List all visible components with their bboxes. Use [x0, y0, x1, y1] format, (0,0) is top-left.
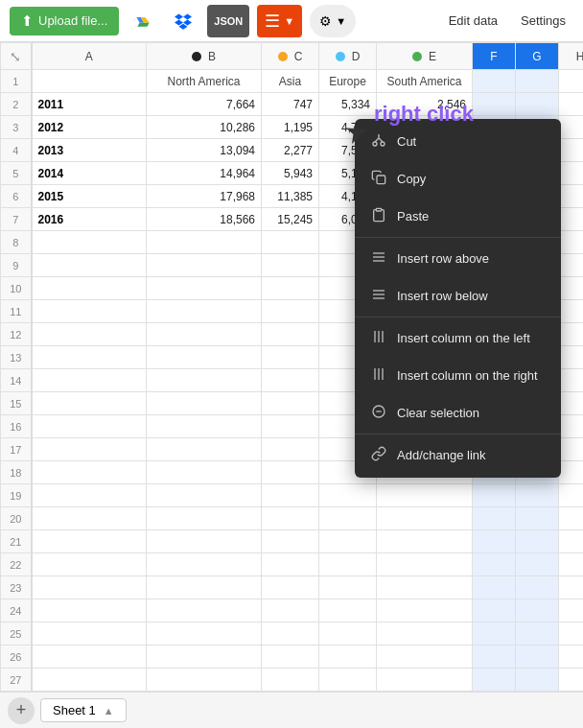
- menu-item-insert-row-below[interactable]: Insert row below: [355, 277, 561, 315]
- empty-cell[interactable]: [32, 553, 147, 576]
- empty-cell[interactable]: [32, 507, 147, 530]
- col-header-a[interactable]: A: [32, 43, 147, 70]
- col-header-e[interactable]: E: [377, 43, 473, 70]
- dropbox-button[interactable]: [167, 5, 199, 37]
- cell-e[interactable]: 2,546: [377, 93, 473, 116]
- sheet-tab[interactable]: Sheet 1 ▲: [40, 698, 127, 722]
- cell-b[interactable]: 18,566: [147, 208, 262, 231]
- row-1-h[interactable]: [559, 70, 584, 93]
- row-num: 5: [1, 162, 32, 185]
- empty-cell[interactable]: [32, 692, 147, 693]
- google-drive-button[interactable]: [127, 5, 159, 37]
- settings-icon-button[interactable]: ⚙ ▼: [310, 5, 356, 37]
- menu-item-clear-selection[interactable]: Clear selection: [355, 394, 561, 432]
- empty-cell[interactable]: [32, 599, 147, 622]
- empty-cell[interactable]: [32, 300, 147, 323]
- empty-cell[interactable]: [32, 254, 147, 277]
- cell-year[interactable]: 2014: [32, 162, 147, 185]
- clear-selection-icon: [370, 404, 387, 422]
- svg-rect-2: [377, 176, 385, 184]
- add-sheet-button[interactable]: +: [8, 697, 35, 724]
- row-num: 21: [1, 530, 32, 553]
- menu-separator: [355, 317, 561, 317]
- row-1-a[interactable]: [32, 70, 147, 93]
- cell-year[interactable]: 2013: [32, 139, 147, 162]
- cell-h[interactable]: [559, 93, 584, 116]
- cell-b[interactable]: 14,964: [147, 162, 262, 185]
- cell-b[interactable]: 10,286: [147, 116, 262, 139]
- menu-item-paste[interactable]: Paste: [355, 198, 561, 235]
- cell-year[interactable]: 2011: [32, 93, 147, 116]
- col-header-c[interactable]: C: [262, 43, 319, 70]
- row-1-d[interactable]: Europe: [319, 70, 377, 93]
- cell-f[interactable]: [473, 93, 516, 116]
- empty-row: 26: [1, 646, 584, 669]
- empty-cell[interactable]: [32, 646, 147, 669]
- cell-year[interactable]: 2012: [32, 116, 147, 139]
- cell-h[interactable]: [559, 185, 584, 208]
- empty-cell[interactable]: [32, 231, 147, 254]
- cell-c[interactable]: 747: [262, 93, 319, 116]
- empty-cell[interactable]: [32, 438, 147, 461]
- menu-separator: [355, 237, 561, 238]
- row-num: 25: [1, 622, 32, 646]
- menu-item-add-change-link[interactable]: Add/change link: [355, 436, 561, 474]
- edit-data-link[interactable]: Edit data: [441, 10, 505, 32]
- empty-cell[interactable]: [32, 369, 147, 392]
- empty-cell[interactable]: [32, 530, 147, 553]
- empty-cell[interactable]: [32, 461, 147, 484]
- cell-d[interactable]: 5,334: [319, 93, 377, 116]
- empty-cell[interactable]: [32, 392, 147, 415]
- cell-g[interactable]: [516, 93, 559, 116]
- cell-b[interactable]: 13,094: [147, 139, 262, 162]
- cell-h[interactable]: [559, 139, 584, 162]
- menu-item-add-change-link-label: Add/change link: [397, 448, 486, 462]
- grid-button[interactable]: ☰ ▼: [257, 5, 302, 37]
- empty-row: 22: [1, 553, 584, 576]
- table-row: 2 2011 7,664 747 5,334 2,546: [1, 93, 584, 116]
- empty-cell[interactable]: [32, 277, 147, 300]
- cell-c[interactable]: 1,195: [262, 116, 319, 139]
- cell-year[interactable]: 2015: [32, 185, 147, 208]
- json-button[interactable]: JSON: [207, 5, 249, 37]
- menu-item-cut[interactable]: Cut: [355, 123, 561, 160]
- cell-h[interactable]: [559, 162, 584, 185]
- settings-link[interactable]: Settings: [513, 10, 573, 32]
- cell-c[interactable]: 11,385: [262, 185, 319, 208]
- col-header-d[interactable]: D: [319, 43, 377, 70]
- empty-cell[interactable]: [32, 669, 147, 692]
- cell-h[interactable]: [559, 208, 584, 231]
- col-header-b[interactable]: B: [147, 43, 262, 70]
- empty-cell[interactable]: [32, 576, 147, 599]
- empty-cell[interactable]: [32, 323, 147, 346]
- row-1-b[interactable]: North America: [147, 70, 262, 93]
- cell-b[interactable]: 7,664: [147, 93, 262, 116]
- empty-cell[interactable]: [32, 346, 147, 369]
- cell-b[interactable]: 17,968: [147, 185, 262, 208]
- menu-item-insert-row-above[interactable]: Insert row above: [355, 240, 561, 277]
- menu-item-insert-col-left[interactable]: Insert column on the left: [355, 319, 561, 357]
- empty-cell[interactable]: [32, 415, 147, 438]
- row-1-e[interactable]: South America: [377, 70, 473, 93]
- tab-chevron-icon: ▲: [104, 705, 114, 716]
- empty-cell[interactable]: [32, 622, 147, 646]
- col-header-h[interactable]: H: [559, 43, 584, 70]
- menu-item-insert-row-below-label: Insert row below: [397, 289, 488, 303]
- cell-year[interactable]: 2016: [32, 208, 147, 231]
- row-1-g[interactable]: [516, 70, 559, 93]
- cell-c[interactable]: 2,277: [262, 139, 319, 162]
- upload-button[interactable]: ⬆ Upload file...: [10, 7, 119, 35]
- cell-h[interactable]: [559, 116, 584, 139]
- menu-item-copy[interactable]: Copy: [355, 160, 561, 198]
- sheet-tab-label: Sheet 1: [53, 703, 96, 717]
- menu-item-insert-col-right[interactable]: Insert column on the right: [355, 357, 561, 394]
- corner-cell: ⤡: [1, 43, 32, 70]
- col-header-f[interactable]: F: [473, 43, 516, 70]
- col-header-g[interactable]: G: [516, 43, 559, 70]
- cell-c[interactable]: 5,943: [262, 162, 319, 185]
- empty-cell[interactable]: [32, 484, 147, 507]
- empty-row: 28: [1, 692, 584, 693]
- row-1-f[interactable]: [473, 70, 516, 93]
- row-1-c[interactable]: Asia: [262, 70, 319, 93]
- cell-c[interactable]: 15,245: [262, 208, 319, 231]
